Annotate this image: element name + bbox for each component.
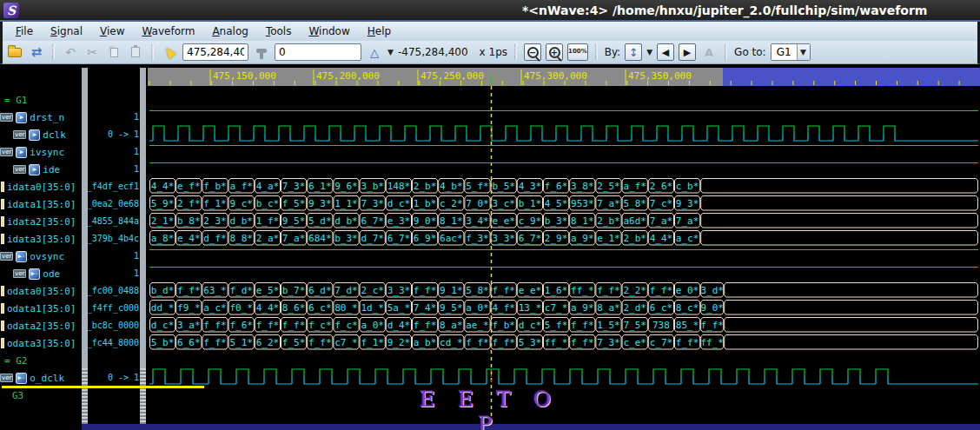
menu-help[interactable]: Help <box>360 23 399 39</box>
signal-row-idata1-35-0-[interactable]: idata1[35:0] <box>0 195 82 213</box>
signal-row-o-dclk[interactable]: ver▶-o_dclk <box>0 369 82 387</box>
search-forward-button[interactable]: ▶ <box>679 43 696 61</box>
menu-signal[interactable]: Signal <box>43 23 90 39</box>
menu-analog[interactable]: Analog <box>204 23 255 39</box>
value-panel-scrollbar[interactable] <box>140 68 146 424</box>
svg-text:9_2*: 9_2* <box>387 337 411 348</box>
svg-text:4_4*: 4_4* <box>151 181 175 192</box>
menu-window[interactable]: Window <box>301 23 357 39</box>
menu-bar: FileSignalViewWaveformAnalogToolsWindowH… <box>0 22 980 41</box>
search-value-input[interactable] <box>275 43 361 61</box>
cursor-mode-button[interactable] <box>161 43 178 61</box>
bus-expand-tab[interactable] <box>1 321 4 331</box>
signal-name-panel[interactable]: = G1ver▶drst_nver▶dclkver▶ivsyncver▶idei… <box>0 64 82 420</box>
bus-expand-tab[interactable] <box>1 338 4 348</box>
svg-text:6_9*: 6_9* <box>414 233 437 244</box>
signal-row-ide[interactable]: ver▶ide <box>0 161 82 178</box>
menu-tools[interactable]: Tools <box>258 23 300 39</box>
bus-expand-tab[interactable] <box>1 303 4 314</box>
svg-text:c7_*: c7_* <box>334 337 358 348</box>
svg-text:475,250,000: 475,250,000 <box>420 70 484 82</box>
svg-text:2_5*: 2_5* <box>597 181 620 192</box>
svg-text:f_f*: f_f* <box>571 337 594 348</box>
search-backward-button[interactable]: ◀ <box>657 43 674 61</box>
svg-text:9_6*: 9_6* <box>334 181 358 192</box>
zoom-out-button[interactable]: − <box>524 43 541 61</box>
output-port-icon: ▶- <box>16 373 27 384</box>
menu-waveform[interactable]: Waveform <box>134 23 202 39</box>
signal-row-ode[interactable]: ver▶-ode <box>0 265 82 282</box>
copy-button[interactable] <box>105 43 122 61</box>
bus-expand-tab[interactable] <box>1 216 4 227</box>
search-by-mode-button[interactable]: ↕ <box>625 43 642 61</box>
svg-text:475,150,000: 475,150,000 <box>213 70 276 82</box>
svg-text:8_8*: 8_8* <box>229 233 253 244</box>
signal-row-drst-n[interactable]: ver▶drst_n <box>0 109 82 126</box>
signal-row-odata0-35-0-[interactable]: odata0[35:0] <box>0 282 82 300</box>
cut-button[interactable]: ✂ <box>83 43 101 61</box>
signal-row-odata1-35-0-[interactable]: odata1[35:0] <box>0 300 82 317</box>
signal-row-idata0-35-0-[interactable]: idata0[35:0] <box>0 178 82 195</box>
bus-expand-tab[interactable] <box>1 182 4 192</box>
svg-text:a_c*: a_c* <box>203 302 227 314</box>
svg-text:f_d*: f_d* <box>229 285 253 296</box>
bus-expand-tab[interactable] <box>1 286 4 296</box>
reload-icon: ⇄ <box>31 46 43 59</box>
cursor-time-input[interactable] <box>182 43 248 61</box>
signal-row-idata2-35-0-[interactable]: idata2[35:0] <box>0 213 82 230</box>
svg-text:3_3*: 3_3* <box>492 233 515 244</box>
group-row--G2[interactable]: = G2 <box>0 352 82 369</box>
stamp-icon <box>256 49 267 53</box>
search-any-edge-button[interactable]: A <box>700 43 718 61</box>
signal-name: ode <box>43 268 60 280</box>
signal-row-idata3-35-0-[interactable]: idata3[35:0] <box>0 230 82 248</box>
watermark: E E T O P 中国电子顶级开发网 <box>415 387 563 430</box>
reload-waveform-button[interactable]: ⇄ <box>28 43 45 61</box>
search-by-dropdown-caret[interactable]: ▼ <box>646 49 652 56</box>
svg-text:6_c*: 6_c* <box>308 302 332 314</box>
svg-text:f_f*: f_f* <box>676 337 699 348</box>
svg-text:c_b*: c_b* <box>676 181 699 192</box>
svg-text:e_e*: e_e* <box>519 285 542 296</box>
signal-name: = G1 <box>4 95 28 106</box>
signal-value-panel[interactable]: 10 -> 111_f4df_ecf1_0ea2_0e68_4855_844a_… <box>86 64 140 420</box>
svg-text:ff_*: ff_* <box>700 337 724 348</box>
undo-button[interactable]: ↶ <box>62 43 79 61</box>
input-port-icon: ▶ <box>29 164 40 175</box>
bus-expand-tab[interactable] <box>1 199 4 209</box>
search-time-button[interactable] <box>253 43 270 61</box>
svg-text:6_2*: 6_2* <box>256 337 280 348</box>
svg-text:1_f*: 1_f* <box>256 215 280 227</box>
goto-dropdown-button[interactable]: ▼ <box>797 44 810 60</box>
svg-text:6_7*: 6_7* <box>387 233 411 244</box>
svg-text:cd_*: cd_* <box>440 337 463 348</box>
signal-row-odata2-35-0-[interactable]: odata2[35:0] <box>0 317 82 334</box>
open-file-button[interactable] <box>6 43 23 61</box>
waveform-canvas[interactable]: 475,150,000475,200,000475,250,000475,300… <box>148 68 980 424</box>
svg-text:2_1*: 2_1* <box>151 215 175 227</box>
marker-button[interactable]: △ <box>366 43 383 61</box>
svg-text:d_7*: d_7* <box>361 233 384 244</box>
bus-expand-tab[interactable] <box>1 234 4 244</box>
signal-row-odata3-35-0-[interactable]: odata3[35:0] <box>0 334 82 352</box>
signal-value: 0 -> 1 <box>86 126 140 143</box>
svg-text:5_f*: 5_f* <box>545 320 568 331</box>
signal-row-ovsync[interactable]: ver▶-ovsync <box>0 248 82 265</box>
goto-group-value: G1 <box>771 46 797 58</box>
marker-dropdown-caret[interactable]: ▼ <box>387 49 394 56</box>
menu-view[interactable]: View <box>92 23 132 39</box>
right-arrow-icon: ▶ <box>684 48 691 57</box>
zoom-in-button[interactable]: + <box>546 43 563 61</box>
svg-text:f_f*: f_f* <box>414 285 437 296</box>
svg-text:4_a*: 4_a* <box>256 181 280 192</box>
group-row--G1[interactable]: = G1 <box>0 91 82 109</box>
signal-name: dclk <box>43 129 66 141</box>
signal-row-ivsync[interactable]: ver▶ivsync <box>0 143 82 161</box>
scrollbar-thumb[interactable] <box>140 368 146 424</box>
zoom-full-button[interactable]: 100% <box>567 43 588 61</box>
signal-row-dclk[interactable]: ver▶dclk <box>0 126 82 143</box>
paste-button[interactable] <box>127 43 144 61</box>
menu-file[interactable]: File <box>8 23 41 39</box>
group-row-G3[interactable]: G3 <box>0 387 82 404</box>
goto-group-combo[interactable]: G1 ▼ <box>771 43 811 61</box>
